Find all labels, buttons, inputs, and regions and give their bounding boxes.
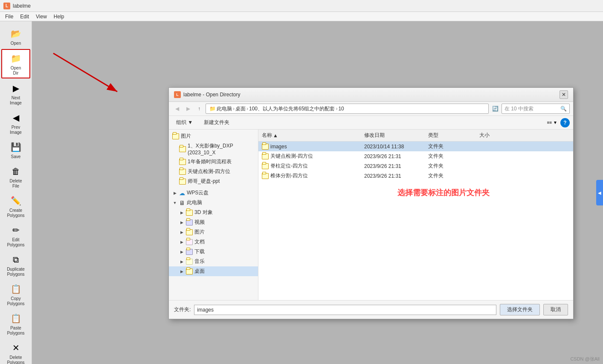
folder-icon-documents bbox=[186, 239, 193, 245]
right-panel-handle[interactable]: ◀ bbox=[596, 180, 603, 205]
select-folder-button[interactable]: 选择文件夹 bbox=[500, 304, 540, 315]
file-type-spine: 文件夹 bbox=[425, 162, 476, 170]
open-dir-button[interactable]: 📁 OpenDir bbox=[1, 49, 30, 78]
sidebar-item-downloads[interactable]: ▶ 下载 bbox=[169, 247, 258, 257]
file-row-vertebra[interactable]: 椎体分割-四方位 2023/9/26 21:31 文件夹 bbox=[258, 171, 573, 181]
file-date-kp: 2023/9/26 21:31 bbox=[361, 153, 425, 159]
path-part-4: 10 bbox=[338, 106, 344, 112]
view-control: ≡≡ ▼ ? bbox=[545, 118, 570, 127]
paste-polygons-button[interactable]: 📋 PastePolygons bbox=[1, 309, 30, 338]
sidebar-item-videos[interactable]: ▶ 视频 bbox=[169, 217, 258, 227]
wps-icon: ☁ bbox=[179, 190, 185, 196]
view-mode-button[interactable]: ≡≡ ▼ bbox=[545, 119, 560, 126]
sidebar-item-teacher[interactable]: 师哥_硬盘-ppt bbox=[169, 176, 258, 186]
create-polygons-button[interactable]: ✏️ CreatePolygons bbox=[1, 192, 30, 220]
sidebar-item-3d[interactable]: ▶ 3D 对象 bbox=[169, 208, 258, 217]
edit-polygons-label: EditPolygons bbox=[7, 237, 24, 248]
file-date-vertebra: 2023/9/26 21:31 bbox=[361, 173, 425, 179]
folder-icon-music bbox=[186, 259, 193, 265]
file-list-header: 名称 ▲ 修改日期 类型 大小 bbox=[258, 130, 573, 142]
path-part-2: 桌面 bbox=[235, 105, 246, 113]
back-button[interactable]: ◀ bbox=[172, 104, 182, 113]
col-header-date[interactable]: 修改日期 bbox=[361, 131, 425, 140]
forward-button[interactable]: ▶ bbox=[183, 104, 193, 113]
cancel-button[interactable]: 取消 bbox=[543, 304, 568, 315]
copy-polygons-button[interactable]: 📋 CopyPolygons bbox=[1, 280, 30, 309]
expand-arrow-wps: ▶ bbox=[172, 191, 177, 196]
sidebar-item-pictures[interactable]: 图片 bbox=[169, 131, 258, 141]
dialog-close-button[interactable]: ✕ bbox=[560, 90, 568, 99]
duplicate-label: DuplicatePolygons bbox=[7, 267, 25, 277]
sidebar-item-desktop[interactable]: ▶ 桌面 bbox=[169, 266, 258, 276]
folder-icon-teacher bbox=[179, 179, 186, 185]
sidebar-label-wps: WPS云盘 bbox=[187, 189, 209, 196]
help-button[interactable]: ? bbox=[560, 118, 570, 127]
path-part-3: 100、以人为单位先将65组之中的配套 bbox=[249, 105, 335, 113]
menu-view[interactable]: View bbox=[32, 13, 50, 20]
refresh-button[interactable]: 🔄 bbox=[490, 104, 500, 113]
menu-bar: File Edit View Help bbox=[0, 12, 603, 21]
paste-icon: 📋 bbox=[9, 312, 23, 325]
duplicate-icon: ⧉ bbox=[9, 253, 23, 266]
delete-file-label: DeleteFile bbox=[10, 179, 22, 189]
folder-icon-vertebra bbox=[262, 173, 269, 179]
path-icon: 📁 bbox=[209, 106, 216, 112]
delete-polygons-button[interactable]: ✕ DeletePolygons bbox=[1, 339, 30, 364]
menu-help[interactable]: Help bbox=[50, 13, 68, 20]
search-icon: 🔍 bbox=[560, 106, 567, 112]
left-toolbar: 📂 Open 📁 OpenDir ▶ NextImage ◀ PrevImage… bbox=[0, 21, 32, 364]
file-row-spine[interactable]: 脊柱定位-四方位 2023/9/26 21:31 文件夹 bbox=[258, 161, 573, 171]
prev-image-button[interactable]: ◀ PrevImage bbox=[1, 109, 30, 137]
col-header-name[interactable]: 名称 ▲ bbox=[258, 131, 361, 140]
sidebar-item-wps[interactable]: ▶ ☁ WPS云盘 bbox=[169, 188, 258, 198]
sidebar-item-thispc[interactable]: ▼ 🖥 此电脑 bbox=[169, 198, 258, 208]
open-dir-icon: 📁 bbox=[9, 52, 23, 65]
next-icon: ▶ bbox=[9, 81, 23, 95]
dialog-title-icon: L bbox=[174, 91, 181, 98]
organize-button[interactable]: 组织 ▼ bbox=[172, 118, 197, 127]
expand-arrow-pictures2: ▶ bbox=[179, 230, 184, 235]
expand-arrow-3d: ▶ bbox=[179, 210, 184, 215]
sidebar-item-wedding[interactable]: 1年备婚时间流程表 bbox=[169, 157, 258, 167]
sidebar-item-keypoints[interactable]: 关键点检测-四方位 bbox=[169, 167, 258, 176]
search-box[interactable]: 在 10 中搜索 🔍 bbox=[502, 104, 570, 114]
duplicate-polygons-button[interactable]: ⧉ DuplicatePolygons bbox=[1, 251, 30, 279]
sidebar-label-desktop: 桌面 bbox=[194, 268, 205, 275]
file-row-images[interactable]: images 2023/10/14 11:38 文件夹 bbox=[258, 142, 573, 151]
next-image-button[interactable]: ▶ NextImage bbox=[1, 79, 30, 108]
file-type-images: 文件夹 bbox=[425, 143, 476, 150]
edit-polygons-button[interactable]: ✏ EditPolygons bbox=[1, 221, 30, 250]
sidebar-label-3d: 3D 对象 bbox=[194, 209, 213, 216]
address-path[interactable]: 📁 此电脑 › 桌面 › 100、以人为单位先将65组之中的配套 › 10 bbox=[206, 104, 489, 114]
sidebar-label-xray: 1、X光影像by_DXP (2023_10_X bbox=[188, 142, 255, 156]
path-part-1: 此电脑 bbox=[217, 105, 232, 113]
sidebar-item-pictures2[interactable]: ▶ 图片 bbox=[169, 227, 258, 237]
new-folder-button[interactable]: 新建文件夹 bbox=[200, 118, 233, 127]
file-row-keypoints[interactable]: 关键点检测-四方位 2023/9/26 21:31 文件夹 bbox=[258, 151, 573, 161]
app-icon: L bbox=[3, 3, 10, 9]
save-button[interactable]: 💾 Save bbox=[1, 138, 30, 162]
delete-file-button[interactable]: 🗑 DeleteFile bbox=[1, 162, 30, 191]
menu-edit[interactable]: Edit bbox=[17, 13, 32, 20]
dialog-title-content: L labelme - Open Directory bbox=[174, 91, 240, 98]
sidebar-label-music: 音乐 bbox=[194, 258, 205, 265]
open-button[interactable]: 📂 Open bbox=[1, 25, 30, 48]
expand-arrow-desktop: ▶ bbox=[179, 269, 184, 274]
dialog-title-bar: L labelme - Open Directory ✕ bbox=[169, 88, 573, 102]
open-directory-dialog: L labelme - Open Directory ✕ ◀ ▶ ↑ 📁 此电脑… bbox=[168, 87, 574, 319]
sidebar-item-xray[interactable]: 1、X光影像by_DXP (2023_10_X bbox=[169, 141, 258, 157]
paste-label: PastePolygons bbox=[7, 326, 24, 336]
create-polygons-label: CreatePolygons bbox=[7, 208, 24, 218]
edit-polygons-icon: ✏ bbox=[9, 223, 23, 237]
col-header-size[interactable]: 大小 bbox=[476, 131, 519, 140]
filename-input[interactable] bbox=[194, 305, 496, 315]
menu-file[interactable]: File bbox=[2, 13, 17, 20]
sidebar-item-documents[interactable]: ▶ 文档 bbox=[169, 237, 258, 247]
col-header-type[interactable]: 类型 bbox=[425, 131, 476, 140]
address-bar: ◀ ▶ ↑ 📁 此电脑 › 桌面 › 100、以人为单位先将65组之中的配套 ›… bbox=[169, 102, 573, 116]
up-button[interactable]: ↑ bbox=[194, 104, 204, 113]
sidebar-label-documents: 文档 bbox=[194, 238, 205, 246]
sidebar-label-wedding: 1年备婚时间流程表 bbox=[188, 158, 232, 165]
hint-text: 选择需要标注的图片文件夹 bbox=[397, 188, 490, 198]
sidebar-item-music[interactable]: ▶ 音乐 bbox=[169, 257, 258, 266]
